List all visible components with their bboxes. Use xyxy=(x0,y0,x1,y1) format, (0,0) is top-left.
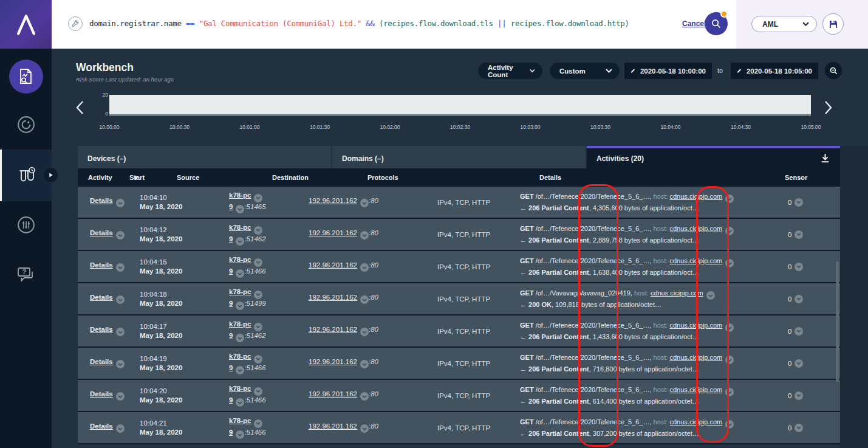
sidebar-item-dashboard[interactable] xyxy=(0,115,52,134)
sidebar-item-adjust[interactable] xyxy=(0,216,52,234)
metric-dropdown[interactable]: Activity Count xyxy=(478,63,542,79)
chevron-down-icon[interactable] xyxy=(725,388,734,396)
destination-ip-link[interactable]: 192.96.201.162 xyxy=(309,229,357,236)
chevron-down-icon[interactable] xyxy=(254,194,262,202)
chevron-down-icon[interactable] xyxy=(795,198,803,207)
sidebar-item-help[interactable]: ? xyxy=(0,266,52,283)
source-device-link[interactable]: k78-pc xyxy=(229,417,251,424)
chevron-down-icon[interactable] xyxy=(254,419,262,428)
source-device-link[interactable]: 9 xyxy=(229,332,233,339)
start-datetime-input[interactable]: 2020-05-18 10:00:00 xyxy=(624,63,712,79)
source-device-link[interactable]: 9 xyxy=(229,267,233,275)
chevron-down-icon[interactable] xyxy=(116,360,125,368)
source-device-link[interactable]: k78-pc xyxy=(229,288,251,295)
details-link[interactable]: Details xyxy=(90,422,113,430)
details-link[interactable]: Details xyxy=(90,261,113,269)
chevron-down-icon[interactable] xyxy=(706,291,715,300)
tab-devices[interactable]: Devices (–) xyxy=(78,146,331,168)
chevron-down-icon[interactable] xyxy=(795,391,803,400)
source-device-link[interactable]: 9 xyxy=(229,235,233,243)
source-device-link[interactable]: k78-pc xyxy=(229,320,251,328)
source-device-link[interactable]: 9 xyxy=(229,203,233,210)
chevron-down-icon[interactable] xyxy=(236,334,244,342)
source-device-link[interactable]: 9 xyxy=(229,364,233,371)
chevron-down-icon[interactable] xyxy=(795,359,803,368)
source-device-link[interactable]: 9 xyxy=(229,396,233,404)
destination-ip-link[interactable]: 192.96.201.162 xyxy=(309,197,357,204)
chevron-down-icon[interactable] xyxy=(116,424,125,433)
destination-ip-link[interactable]: 192.96.201.162 xyxy=(309,294,357,301)
chevron-down-icon[interactable] xyxy=(236,398,244,407)
query-builder-icon[interactable] xyxy=(68,16,83,31)
destination-ip-link[interactable]: 192.96.201.162 xyxy=(309,390,357,398)
chevron-down-icon[interactable] xyxy=(236,366,244,374)
source-device-link[interactable]: k78-pc xyxy=(229,385,251,392)
chevron-down-icon[interactable] xyxy=(795,424,803,432)
details-link[interactable]: Details xyxy=(90,294,113,301)
chevron-down-icon[interactable] xyxy=(116,295,125,304)
chevron-down-icon[interactable] xyxy=(795,327,803,336)
chevron-down-icon[interactable] xyxy=(254,258,262,267)
destination-ip-link[interactable]: 192.96.201.162 xyxy=(309,261,357,269)
chevron-down-icon[interactable] xyxy=(254,387,262,396)
host-link[interactable]: cdnus.cicipip.com xyxy=(669,354,722,361)
details-link[interactable]: Details xyxy=(90,390,113,398)
host-link[interactable]: cdnus.cicipip.com xyxy=(669,418,722,426)
source-device-link[interactable]: 9 xyxy=(229,429,233,436)
chevron-down-icon[interactable] xyxy=(254,355,262,364)
chevron-down-icon[interactable] xyxy=(360,360,369,368)
host-link[interactable]: cdnus.cicipip.com xyxy=(651,289,703,297)
chevron-down-icon[interactable] xyxy=(236,269,244,278)
chevron-down-icon[interactable] xyxy=(236,302,244,310)
zoom-out-button[interactable] xyxy=(825,62,842,79)
host-link[interactable]: cdnus.cicipip.com xyxy=(669,386,722,393)
end-datetime-input[interactable]: 2020-05-18 10:05:00 xyxy=(731,63,818,79)
chevron-down-icon[interactable] xyxy=(254,323,262,331)
saved-search-dropdown[interactable]: AML xyxy=(751,16,817,32)
source-device-link[interactable]: k78-pc xyxy=(229,353,251,360)
chevron-down-icon[interactable] xyxy=(725,323,734,332)
chevron-down-icon[interactable] xyxy=(360,392,369,401)
timeline-next-button[interactable] xyxy=(824,101,832,117)
download-icon[interactable] xyxy=(820,153,830,164)
source-device-link[interactable]: k78-pc xyxy=(229,256,251,263)
timeline-prev-button[interactable] xyxy=(76,101,84,117)
chevron-down-icon[interactable] xyxy=(360,328,369,336)
app-logo[interactable] xyxy=(0,0,52,49)
chevron-down-icon[interactable] xyxy=(360,231,369,240)
chevron-down-icon[interactable] xyxy=(116,392,125,401)
chevron-down-icon[interactable] xyxy=(360,424,369,433)
destination-ip-link[interactable]: 192.96.201.162 xyxy=(309,358,357,365)
host-link[interactable]: cdnus.cicipip.com xyxy=(669,322,722,329)
sidebar-item-investigate[interactable] xyxy=(0,60,52,94)
timeline-brush-selection[interactable] xyxy=(109,95,811,116)
chevron-down-icon[interactable] xyxy=(116,199,125,207)
save-search-button[interactable] xyxy=(822,13,844,35)
chevron-down-icon[interactable] xyxy=(360,199,369,207)
details-link[interactable]: Details xyxy=(90,197,113,204)
chevron-down-icon[interactable] xyxy=(236,237,244,246)
tab-domains[interactable]: Domains (–) xyxy=(332,146,586,168)
chevron-down-icon[interactable] xyxy=(254,226,262,235)
chevron-down-icon[interactable] xyxy=(795,263,803,271)
host-link[interactable]: cdnus.cicipip.com xyxy=(669,225,722,232)
details-link[interactable]: Details xyxy=(90,229,113,236)
chevron-down-icon[interactable] xyxy=(725,259,734,267)
chevron-down-icon[interactable] xyxy=(725,195,734,203)
chevron-down-icon[interactable] xyxy=(116,231,125,240)
destination-ip-link[interactable]: 192.96.201.162 xyxy=(309,326,357,333)
chevron-down-icon[interactable] xyxy=(795,295,803,303)
chevron-down-icon[interactable] xyxy=(236,205,244,213)
chevron-down-icon[interactable] xyxy=(725,227,734,235)
chevron-down-icon[interactable] xyxy=(725,420,734,429)
chevron-down-icon[interactable] xyxy=(254,291,262,299)
query-input[interactable]: domain.registrar.name == "Gal Communicat… xyxy=(89,19,629,28)
chevron-down-icon[interactable] xyxy=(236,430,244,439)
chevron-down-icon[interactable] xyxy=(116,263,125,272)
cancel-button[interactable]: Cancel xyxy=(682,19,706,28)
destination-ip-link[interactable]: 192.96.201.162 xyxy=(309,422,357,430)
tab-activities[interactable]: Activities (20) xyxy=(587,146,840,168)
chevron-down-icon[interactable] xyxy=(795,230,803,239)
chevron-down-icon[interactable] xyxy=(116,328,125,336)
source-device-link[interactable]: 9 xyxy=(229,300,233,307)
